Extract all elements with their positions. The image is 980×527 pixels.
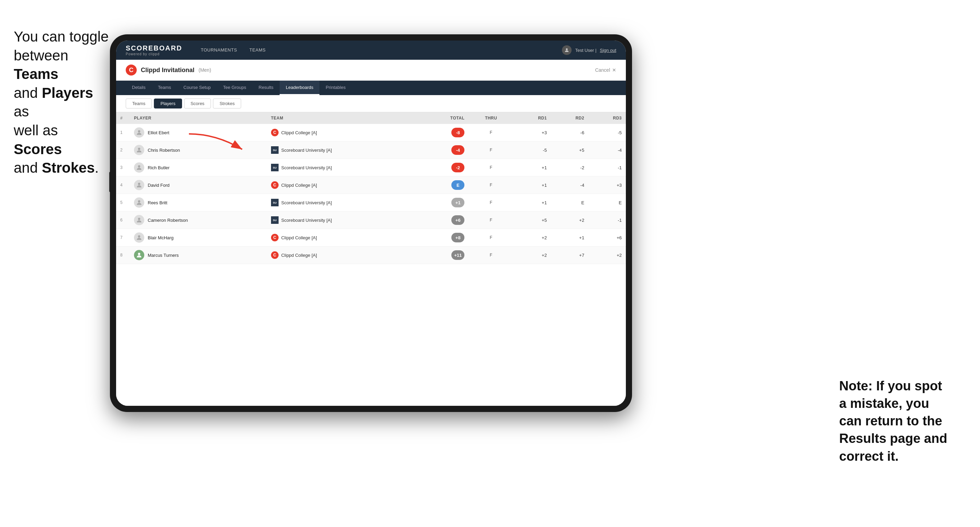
cell-rd1: +2: [514, 229, 551, 246]
team-name: Clippd College [A]: [281, 235, 317, 240]
toggle-scores[interactable]: Scores: [184, 98, 211, 108]
table-row: 7Blair McHargCClippd College [A]+8F+2+1+…: [116, 229, 626, 246]
cell-rd3: -4: [589, 141, 626, 159]
nav-teams[interactable]: TEAMS: [243, 41, 272, 60]
table-body: 1Elliot EbertCClippd College [A]-8F+3-6-…: [116, 124, 626, 264]
tab-tee-groups[interactable]: Tee Groups: [217, 81, 253, 95]
cell-rank: 6: [116, 211, 130, 229]
sign-out-link[interactable]: Sign out: [600, 48, 616, 53]
cell-team: SUScoreboard University [A]: [267, 211, 419, 229]
left-annotation: You can toggle between Teams and Players…: [14, 27, 110, 178]
cell-rd1: +5: [514, 211, 551, 229]
player-name: Marcus Turners: [148, 253, 179, 258]
score-badge: -2: [451, 163, 465, 172]
toggle-players[interactable]: Players: [154, 98, 182, 108]
team-logo-c: C: [271, 181, 278, 189]
cell-rank: 2: [116, 141, 130, 159]
cell-rd1: +1: [514, 176, 551, 194]
tablet-screen: SCOREBOARD Powered by clippd TOURNAMENTS…: [116, 41, 626, 406]
col-rd3: RD3: [589, 112, 626, 124]
cell-rd3: E: [589, 194, 626, 211]
svg-point-1: [138, 130, 140, 133]
right-annotation: Note: If you spota mistake, youcan retur…: [839, 377, 970, 465]
cell-rd2: -2: [551, 159, 589, 176]
player-avatar: [134, 145, 144, 155]
toggle-teams[interactable]: Teams: [126, 98, 152, 108]
cell-total: -4: [419, 141, 469, 159]
leaderboard-table: # PLAYER TEAM TOTAL THRU RD1 RD2 RD3 1El…: [116, 112, 626, 406]
table-row: 8Marcus TurnersCClippd College [A]+11F+2…: [116, 246, 626, 264]
cell-total: +11: [419, 246, 469, 264]
col-total: TOTAL: [419, 112, 469, 124]
cell-rd2: +1: [551, 229, 589, 246]
cell-player: Blair McHarg: [130, 229, 267, 246]
svg-point-3: [138, 165, 140, 168]
cell-player: Rees Britt: [130, 194, 267, 211]
team-name: Clippd College [A]: [281, 253, 317, 258]
score-badge: E: [451, 180, 465, 190]
svg-point-5: [138, 200, 140, 203]
cell-thru: F: [469, 176, 514, 194]
score-badge: +1: [451, 198, 465, 207]
tab-leaderboards[interactable]: Leaderboards: [280, 81, 320, 95]
tournament-logo: C: [126, 65, 137, 76]
cell-team: CClippd College [A]: [267, 229, 419, 246]
col-team: TEAM: [267, 112, 419, 124]
cancel-button[interactable]: Cancel ✕: [595, 67, 616, 73]
player-avatar: [134, 232, 144, 243]
toggle-strokes[interactable]: Strokes: [213, 98, 241, 108]
player-avatar: [134, 215, 144, 225]
cell-player: Chris Robertson: [130, 141, 267, 159]
cell-rd3: -1: [589, 159, 626, 176]
col-rd1: RD1: [514, 112, 551, 124]
tab-results[interactable]: Results: [253, 81, 280, 95]
tournament-category: (Men): [199, 67, 211, 73]
team-logo-sq: SU: [271, 199, 278, 206]
tournament-header: C Clippd Invitational (Men) Cancel ✕: [116, 60, 626, 81]
nav-tournaments[interactable]: TOURNAMENTS: [194, 41, 243, 60]
cell-rd3: +6: [589, 229, 626, 246]
top-nav-right: Test User | Sign out: [562, 45, 616, 55]
cell-rd1: +3: [514, 124, 551, 141]
cell-team: CClippd College [A]: [267, 176, 419, 194]
logo-sub: Powered by clippd: [126, 52, 182, 56]
player-name: Cameron Robertson: [148, 217, 188, 223]
col-rank: #: [116, 112, 130, 124]
cell-rank: 8: [116, 246, 130, 264]
cell-total: -2: [419, 159, 469, 176]
cell-rd3: -5: [589, 124, 626, 141]
cell-team: CClippd College [A]: [267, 124, 419, 141]
tab-details[interactable]: Details: [126, 81, 152, 95]
svg-point-6: [138, 217, 140, 220]
cell-player: Elliot Ebert: [130, 124, 267, 141]
table-row: 6Cameron RobertsonSUScoreboard Universit…: [116, 211, 626, 229]
table-header-row: # PLAYER TEAM TOTAL THRU RD1 RD2 RD3: [116, 112, 626, 124]
tab-course-setup[interactable]: Course Setup: [177, 81, 217, 95]
team-name: Scoreboard University [A]: [281, 217, 332, 223]
tab-teams[interactable]: Teams: [152, 81, 177, 95]
score-badge: +6: [451, 215, 465, 225]
score-badge: +11: [451, 250, 465, 260]
team-name: Clippd College [A]: [281, 130, 317, 135]
annotation-text: You can toggle between Teams and Players…: [14, 29, 108, 176]
cell-rd1: +1: [514, 159, 551, 176]
cell-total: +8: [419, 229, 469, 246]
team-name: Clippd College [A]: [281, 183, 317, 188]
cell-team: SUScoreboard University [A]: [267, 141, 419, 159]
tab-printables[interactable]: Printables: [320, 81, 352, 95]
player-name: Rich Butler: [148, 165, 170, 170]
cell-thru: F: [469, 211, 514, 229]
cell-rank: 4: [116, 176, 130, 194]
player-avatar: [134, 250, 144, 260]
svg-point-2: [138, 148, 140, 150]
table-row: 4David FordCClippd College [A]EF+1-4+3: [116, 176, 626, 194]
cell-rd1: +1: [514, 194, 551, 211]
top-nav: SCOREBOARD Powered by clippd TOURNAMENTS…: [116, 41, 626, 60]
cell-rd2: E: [551, 194, 589, 211]
col-thru: THRU: [469, 112, 514, 124]
cell-rd2: -4: [551, 176, 589, 194]
team-name: Scoreboard University [A]: [281, 165, 332, 170]
svg-point-7: [138, 235, 140, 238]
cell-total: +6: [419, 211, 469, 229]
cell-player: Rich Butler: [130, 159, 267, 176]
